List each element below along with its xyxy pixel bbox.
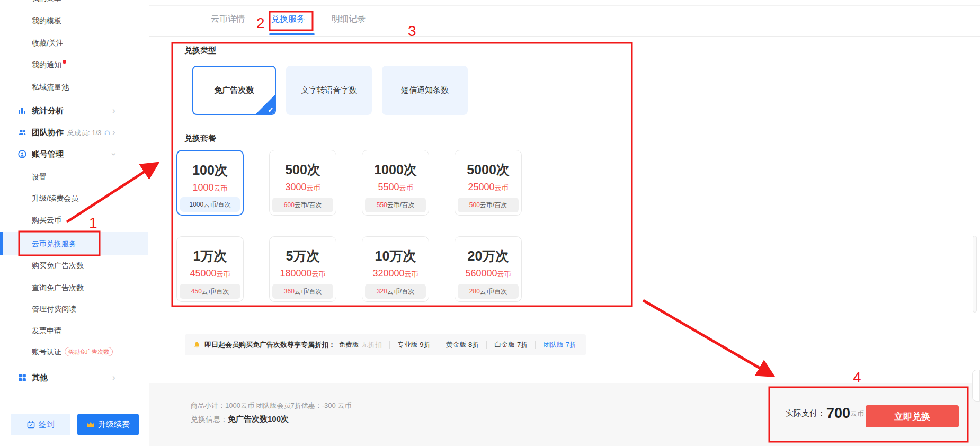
sidebar-item-label: 私域流量池 (32, 76, 69, 97)
package-rate: 320云币/百次 (365, 284, 426, 299)
sidebar-item-label: 账号管理 (32, 144, 64, 165)
type-card-label: 短信通知条数 (401, 85, 449, 95)
sidebar-item-settings[interactable]: 设置 (0, 166, 148, 188)
type-card-label: 文字转语音字数 (301, 85, 357, 95)
package-card-200k[interactable]: 20万次 560000云币 280云币/百次 (455, 236, 522, 302)
sidebar-item-favorites[interactable]: 收藏/关注 (0, 32, 148, 53)
main-content: 云币详情 兑换服务 明细记录 兑换类型 免广告次数 ✓ 文字转语音字数 短信通知… (149, 0, 980, 446)
sidebar-item-label: 我的模板 (32, 10, 61, 31)
package-card-50k[interactable]: 5万次 180000云币 360云币/百次 (269, 236, 336, 302)
team-icon (18, 128, 26, 137)
package-price: 180000云币 (270, 268, 336, 279)
team-member-count: 总成员: 1/3 (67, 129, 101, 137)
package-quantity: 1000次 (362, 161, 429, 179)
package-card-1000[interactable]: 1000次 5500云币 550云币/百次 (362, 150, 429, 216)
sidebar-item-my-templates[interactable]: 我的模板 (0, 10, 148, 31)
package-price: 1000云币 (177, 182, 243, 193)
package-quantity: 5万次 (270, 247, 336, 265)
check-in-button[interactable]: 签到 (11, 414, 70, 435)
sidebar-item-invoice[interactable]: 发票申请 (0, 320, 148, 341)
sidebar-item-label: 其他 (32, 367, 48, 388)
package-rate: 550云币/百次 (365, 198, 426, 212)
sidebar-item-label: 我的通知 (32, 54, 61, 75)
check-icon: ✓ (268, 105, 274, 114)
active-tab-underline (269, 33, 315, 35)
package-price: 5500云币 (362, 182, 429, 193)
type-card-tts[interactable]: 文字转语音字数 (286, 66, 372, 115)
calendar-check-icon (27, 421, 35, 429)
sidebar-item-label: 设置 (32, 166, 47, 188)
upgrade-renew-button[interactable]: 升级续费 (77, 414, 139, 435)
actual-payment: 实际支付： 700 云币 (786, 405, 864, 422)
package-row-1: 100次 1000云币 1000云币/百次 500次 3000云币 600云币/… (176, 150, 522, 216)
type-card-sms[interactable]: 短信通知条数 (382, 66, 468, 115)
bar-chart-icon (18, 106, 26, 115)
package-quantity: 5000次 (455, 161, 521, 179)
tier-team[interactable]: 团队版 7折 (543, 340, 576, 350)
chevron-right-icon: › (112, 367, 115, 388)
chevron-right-icon: › (112, 122, 115, 143)
crown-icon (86, 421, 95, 428)
side-float-widget[interactable] (972, 370, 980, 402)
package-price: 45000云币 (177, 268, 243, 279)
subtotal-text: 商品小计：1000云币 团队版会员7折优惠：-300 云币 (191, 401, 351, 411)
package-price: 320000云币 (362, 268, 429, 279)
divider (438, 341, 438, 349)
sidebar-footer-divider (0, 400, 148, 400)
exchange-now-button[interactable]: 立即兑换 (866, 405, 959, 427)
discount-lead-text: 即日起会员购买免广告次数尊享专属折扣： (204, 340, 335, 350)
tab-detail-records[interactable]: 明细记录 (332, 14, 366, 25)
upgrade-renew-label: 升级续费 (98, 420, 130, 430)
package-quantity: 20万次 (455, 247, 521, 265)
sidebar-item-others[interactable]: 其他 › (0, 367, 148, 388)
sidebar-item-my-articles[interactable]: 我的文章 (0, 0, 148, 8)
package-card-100[interactable]: 100次 1000云币 1000云币/百次 (176, 150, 244, 216)
tab-coin-details[interactable]: 云币详情 (211, 14, 245, 25)
package-quantity: 10万次 (362, 247, 429, 265)
sidebar-item-account-auth[interactable]: 账号认证奖励免广告次数 (0, 341, 148, 362)
package-card-100k[interactable]: 10万次 320000云币 320云币/百次 (362, 236, 429, 302)
divider (486, 341, 487, 349)
package-price: 560000云币 (455, 268, 521, 279)
sidebar-item-paid-reading[interactable]: 管理付费阅读 (0, 298, 148, 319)
top-divider (149, 5, 980, 6)
package-rate: 1000云币/百次 (180, 197, 240, 212)
package-rate: 360云币/百次 (272, 284, 333, 299)
sidebar-item-label: 我的文章 (32, 0, 61, 8)
tier-pro: 专业版 9折 (397, 340, 431, 350)
check-in-label: 签到 (39, 420, 55, 430)
package-card-500[interactable]: 500次 3000云币 600云币/百次 (269, 150, 336, 216)
sidebar-item-buy-adfree[interactable]: 购买免广告次数 (0, 255, 148, 276)
sidebar-item-label: 购买免广告次数 (32, 255, 84, 276)
tier-platinum: 白金版 7折 (494, 340, 528, 350)
exchange-type-title: 兑换类型 (184, 46, 216, 56)
tab-exchange-service[interactable]: 兑换服务 (271, 14, 305, 25)
sidebar-item-query-adfree[interactable]: 查询免广告次数 (0, 277, 148, 298)
reward-badge: 奖励免广告次数 (65, 347, 113, 356)
sidebar-item-label: 管理付费阅读 (32, 298, 76, 319)
sidebar-item-coin-exchange[interactable]: 云币兑换服务 (0, 232, 148, 255)
apps-grid-icon (18, 373, 26, 382)
bell-icon (193, 342, 200, 349)
sidebar-item-notifications[interactable]: 我的通知 (0, 54, 148, 75)
scrollbar-thumb[interactable] (973, 236, 977, 313)
sidebar-item-label: 团队协作总成员: 1/3 (32, 122, 111, 144)
sidebar-item-buy-coins[interactable]: 购买云币 (0, 209, 148, 230)
payment-label: 实际支付： (786, 408, 825, 418)
package-price: 25000云币 (455, 182, 521, 193)
sidebar-item-team[interactable]: 团队协作总成员: 1/3 › (0, 122, 148, 143)
sidebar-item-label: 收藏/关注 (32, 32, 64, 53)
package-quantity: 1万次 (177, 247, 243, 265)
package-card-10k[interactable]: 1万次 45000云币 450云币/百次 (176, 236, 244, 302)
notification-dot-icon (63, 60, 66, 64)
sidebar-item-private-traffic[interactable]: 私域流量池 (0, 76, 148, 97)
sidebar-item-label: 云币兑换服务 (32, 232, 76, 255)
sidebar-item-upgrade-member[interactable]: 升级/续费会员 (0, 188, 148, 209)
sidebar-item-statistics[interactable]: 统计分析 › (0, 100, 148, 121)
exchange-package-title: 兑换套餐 (184, 133, 216, 144)
chevron-down-icon: › (103, 153, 124, 156)
sidebar: 我的文章 我的模板 收藏/关注 我的通知 私域流量池 统计分析 › 团队协作总成… (0, 0, 148, 446)
sidebar-item-account[interactable]: 账号管理 › (0, 144, 148, 165)
type-card-adfree[interactable]: 免广告次数 ✓ (192, 66, 276, 115)
package-card-5000[interactable]: 5000次 25000云币 500云币/百次 (455, 150, 522, 216)
